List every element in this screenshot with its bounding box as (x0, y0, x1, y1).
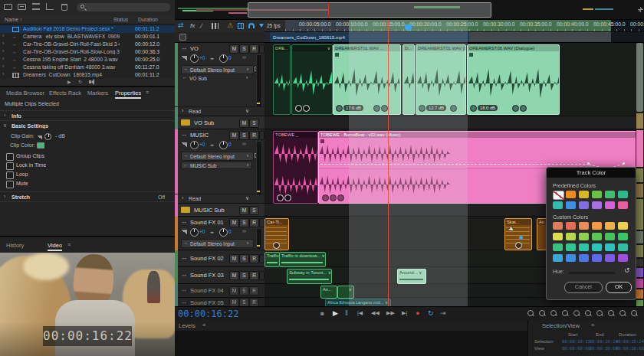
overview-viewport[interactable] (248, 2, 491, 18)
loop-checkbox[interactable] (6, 171, 14, 179)
track-name[interactable]: MUSIC Sub (194, 207, 236, 214)
drag-handle-icon[interactable]: ↔ (181, 299, 187, 305)
monitor-input-button[interactable] (259, 44, 264, 54)
file-row[interactable]: › ↔ Camera _ely slow_BLASTWAVEFX_09092 4… (0, 33, 175, 41)
cancel-button[interactable]: Cancel (564, 282, 603, 293)
expand-icon[interactable]: › (2, 41, 4, 46)
panel-menu-icon[interactable]: ≡ (202, 322, 205, 328)
tab-video[interactable]: Video (48, 242, 62, 251)
mute-button[interactable]: M (229, 271, 239, 280)
lock-in-time-checkbox[interactable] (6, 162, 14, 170)
go-to-end-button[interactable]: ▶| (402, 310, 407, 316)
track-name[interactable]: Sound FX 05 (190, 299, 227, 306)
mute-button[interactable]: M (229, 218, 239, 227)
files-header[interactable]: Name ↑ Status Duration (0, 15, 175, 24)
sync-lock-icon[interactable]: ∞ (242, 228, 246, 234)
envelope-keyframe[interactable] (587, 162, 590, 165)
drag-handle-icon[interactable]: ↔ (181, 218, 187, 225)
color-swatch[interactable] (553, 243, 563, 251)
automation-mode-row[interactable]: › Read ∨ (175, 194, 264, 204)
layers-icon[interactable] (32, 3, 40, 10)
track-name[interactable]: Sound FX 04 (190, 287, 227, 294)
mute-button[interactable]: M (229, 298, 239, 306)
mute-button[interactable]: M (239, 119, 249, 128)
fx-icon[interactable]: fx (190, 22, 195, 29)
clip-fx-icon[interactable] (303, 105, 310, 112)
clip-gain-icon[interactable] (295, 105, 302, 112)
monitor-input-button[interactable] (259, 254, 264, 263)
expand-icon[interactable]: › (2, 48, 4, 54)
solo-button[interactable]: S (239, 131, 249, 140)
pan-knob[interactable] (219, 141, 228, 149)
solo-button[interactable]: S (239, 271, 249, 280)
track-color-strip[interactable] (175, 284, 178, 298)
color-swatch[interactable] (592, 222, 602, 230)
zoom-out-amplitude-button[interactable] (573, 310, 580, 317)
color-swatch[interactable] (605, 233, 615, 240)
file-row[interactable]: › Dreamers_CutDown_180815.mp400:01:11.2 (0, 71, 175, 79)
clip-fx-icon[interactable] (330, 194, 337, 201)
mute-button[interactable]: M (229, 286, 239, 296)
file-row[interactable]: › ↔ Cessna 195 Engine Start_2 48000 3.wa… (0, 56, 175, 64)
drag-handle-icon[interactable]: ↔ (181, 131, 187, 138)
selection-view-label[interactable]: Selection/View (542, 322, 580, 329)
color-swatch[interactable] (566, 233, 576, 240)
preview-loop-icon[interactable]: ↻ (78, 79, 82, 84)
color-swatch[interactable] (618, 201, 628, 209)
expand-icon[interactable]: › (2, 71, 4, 77)
solo-button[interactable]: S (239, 298, 249, 306)
mixer-icon[interactable] (212, 23, 219, 29)
arm-record-button[interactable]: R (249, 271, 259, 280)
color-swatch[interactable] (592, 243, 602, 251)
volume-knob[interactable] (190, 228, 199, 237)
reset-icon[interactable]: ↺ (624, 266, 630, 274)
arm-record-button[interactable]: R (249, 44, 259, 54)
import-icon[interactable] (18, 4, 26, 10)
audio-clip-selected[interactable]: DREAMERST08.WAV (Dialogue) 18.0 dB (467, 44, 560, 115)
tab-effects-rack[interactable]: Effects Rack (49, 90, 81, 96)
track-color-strip[interactable] (175, 217, 178, 250)
color-swatch[interactable] (592, 201, 602, 209)
color-swatch[interactable] (553, 201, 563, 209)
razor-tool-icon[interactable]: ∕ (201, 22, 202, 30)
pan-knob[interactable] (219, 228, 228, 237)
mute-button[interactable]: M (239, 206, 249, 215)
vertical-scrollbar[interactable] (636, 43, 644, 306)
video-preview[interactable]: 00:00:16:22 (0, 253, 175, 356)
clip-fx-icon[interactable] (512, 105, 519, 112)
magnet-icon[interactable] (248, 23, 255, 28)
solo-button[interactable]: S (239, 286, 249, 296)
color-swatch[interactable] (566, 243, 576, 251)
clip-note-icon[interactable] (520, 105, 527, 112)
video-track-icon[interactable] (179, 34, 186, 41)
view-end[interactable]: 00:00:50:08 (590, 346, 618, 351)
arm-record-button[interactable]: R (249, 298, 259, 306)
solo-button[interactable]: S (239, 44, 249, 54)
group-clips-checkbox[interactable] (6, 153, 14, 161)
panel-menu-icon[interactable]: ≡ (67, 242, 71, 247)
file-row[interactable]: › ↔ Cessna taking off Denham 48000 3.wav… (0, 64, 175, 71)
clip-fx-icon[interactable] (284, 194, 291, 201)
music-clip[interactable]: TOBEWE _ (273, 131, 318, 204)
popup-titlebar[interactable]: Track Color (546, 167, 636, 178)
settings-icon[interactable] (638, 7, 643, 12)
panel-menu-icon[interactable]: ≡ (146, 90, 149, 95)
hue-slider[interactable] (569, 272, 615, 274)
fast-forward-button[interactable]: ▶▶ (386, 310, 395, 316)
clip-note-icon[interactable] (337, 194, 344, 201)
clip-gain-knob[interactable] (44, 133, 51, 140)
pan-knob[interactable] (219, 54, 228, 63)
track-name[interactable]: MUSIC (190, 132, 227, 139)
volume-knob[interactable] (190, 141, 199, 149)
fx-clip[interactable]: An... (320, 286, 337, 299)
fx-clip[interactable]: Traffic ... (264, 252, 280, 267)
clip-gain-icon[interactable] (515, 242, 522, 249)
color-swatch[interactable] (579, 254, 589, 262)
go-to-start-button[interactable]: |◀ (357, 310, 363, 316)
tab-properties[interactable]: Properties (115, 90, 141, 99)
track-color-strip[interactable] (175, 43, 178, 116)
view-start[interactable]: 00:00:00:00 (562, 346, 590, 351)
solo-button[interactable]: S (239, 254, 249, 263)
output-routing-select[interactable]: ← MUSIC Sub › (181, 162, 252, 169)
track-name[interactable]: VO (190, 45, 227, 52)
